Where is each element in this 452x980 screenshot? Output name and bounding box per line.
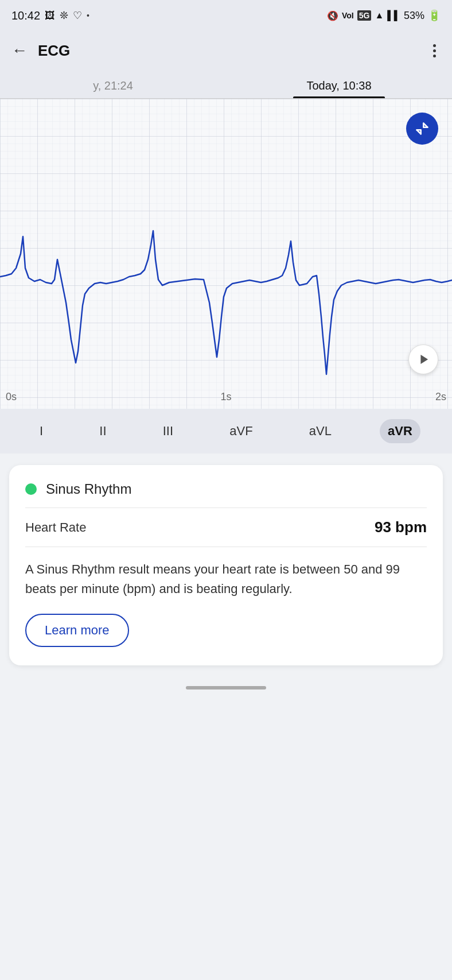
time-display: 10:42 [11, 9, 40, 22]
lead-label-aVL: aVL [309, 424, 332, 438]
heart-rate-label: Heart Rate [25, 520, 86, 535]
volte-icon: VoI [342, 11, 354, 20]
back-button[interactable]: ← [11, 41, 28, 60]
dot-indicator: • [87, 11, 89, 20]
app-bar: ← ECG [0, 30, 452, 71]
lead-selector: I II III aVF aVL aVR [0, 409, 452, 454]
more-dot-2 [433, 49, 436, 52]
rhythm-row: Sinus Rhythm [25, 481, 427, 497]
rhythm-status-dot [25, 483, 37, 495]
status-indicators: 🔇 VoI 5G ▲ ▌▌ 53% 🔋 [327, 9, 441, 22]
lead-label-III: III [163, 424, 173, 438]
time-label-0: 0s [6, 391, 17, 403]
battery-icon: 🔋 [428, 9, 441, 22]
status-bar: 10:42 🖼 ❊ ♡ • 🔇 VoI 5G ▲ ▌▌ 53% 🔋 [0, 0, 452, 30]
mute-icon: 🔇 [327, 10, 338, 21]
date-navigation: y, 21:24 Today, 10:38 [0, 71, 452, 99]
time-label-1: 1s [220, 391, 231, 403]
signal-icon: ▲ [375, 10, 384, 21]
ecg-line [0, 99, 452, 409]
signal-bars: ▌▌ [387, 10, 400, 21]
lead-label-II: II [99, 424, 106, 438]
lead-button-aVR[interactable]: aVR [380, 419, 420, 443]
heart-icon: ♡ [73, 9, 82, 22]
battery-display: 53% [404, 10, 424, 22]
lead-button-II[interactable]: II [91, 419, 114, 443]
bottom-handle [186, 686, 266, 690]
more-dot-3 [433, 55, 436, 57]
previous-date-label: y, 21:24 [93, 79, 133, 92]
lead-label-aVR: aVR [388, 424, 412, 438]
heart-rate-value: 93 bpm [375, 518, 427, 536]
tab-previous-date[interactable]: y, 21:24 [0, 71, 226, 98]
more-dot-1 [433, 44, 436, 47]
expand-icon [414, 121, 430, 137]
result-card: Sinus Rhythm Heart Rate 93 bpm A Sinus R… [9, 465, 443, 665]
expand-button[interactable] [406, 113, 438, 145]
time-axis-labels: 0s 1s 2s [0, 391, 452, 403]
bluetooth-icon: ❊ [60, 9, 68, 22]
description-text: A Sinus Rhythm result means your heart r… [25, 560, 427, 599]
play-button[interactable] [408, 344, 438, 374]
lead-button-aVL[interactable]: aVL [301, 419, 340, 443]
divider-2 [25, 547, 427, 547]
ecg-chart-area: 0s 1s 2s [0, 99, 452, 409]
photo-icon: 🖼 [45, 10, 55, 22]
page-title: ECG [38, 42, 428, 60]
lead-button-I[interactable]: I [32, 419, 51, 443]
lead-label-I: I [40, 424, 43, 438]
status-time: 10:42 🖼 ❊ ♡ • [11, 9, 89, 22]
divider-1 [25, 508, 427, 508]
time-label-2: 2s [435, 391, 446, 403]
bottom-bar [0, 677, 452, 701]
lead-label-aVF: aVF [229, 424, 252, 438]
back-arrow-icon: ← [11, 41, 28, 60]
learn-more-button[interactable]: Learn more [25, 614, 129, 647]
play-icon [417, 353, 430, 366]
heart-rate-row: Heart Rate 93 bpm [25, 518, 427, 536]
tab-current-date[interactable]: Today, 10:38 [226, 71, 452, 98]
lead-button-aVF[interactable]: aVF [221, 419, 260, 443]
more-options-button[interactable] [428, 42, 441, 60]
rhythm-label: Sinus Rhythm [46, 481, 131, 497]
current-date-label: Today, 10:38 [306, 79, 371, 92]
lte-icon: 5G [357, 10, 372, 21]
lead-button-III[interactable]: III [155, 419, 181, 443]
